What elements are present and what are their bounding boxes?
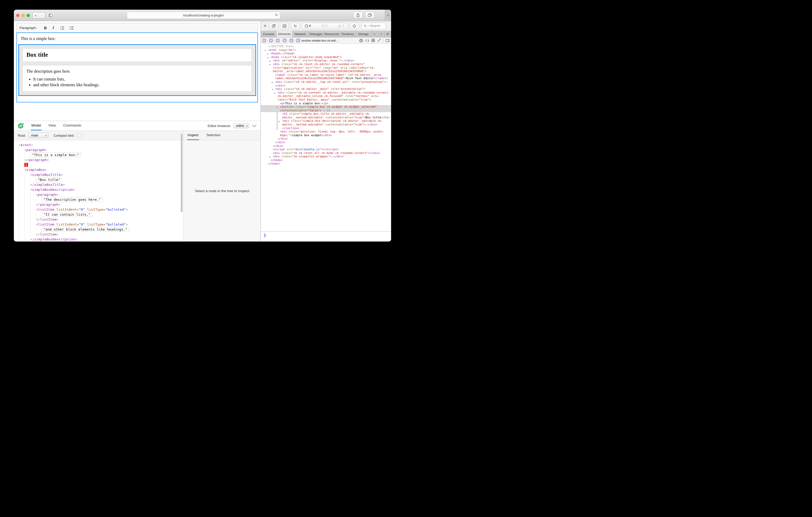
model-tree-line[interactable]: "Box title" — [19, 177, 183, 182]
italic-button[interactable]: I — [53, 26, 54, 30]
more-tabs-button[interactable]: » — [372, 31, 378, 37]
styles-brush-icon[interactable] — [377, 39, 381, 42]
box-description-paragraph[interactable]: The description goes here. — [26, 69, 248, 74]
disclosure-open-icon[interactable]: ▼ — [274, 92, 275, 95]
editor-paragraph[interactable]: This is a simple box: — [17, 33, 257, 41]
zoom-window-button[interactable] — [27, 14, 30, 17]
model-text-node[interactable]: "Box title" — [36, 177, 62, 182]
model-tree-line[interactable]: [ — [19, 162, 183, 167]
dom-tree-line[interactable]: </div> — [261, 137, 391, 141]
dom-tree-line[interactable]: </html> — [261, 162, 391, 166]
dom-tree-line[interactable]: ▶<div class="simple-box-description ck-e… — [261, 119, 391, 126]
simple-box-description-field[interactable]: The description goes here. It can contai… — [23, 65, 252, 92]
grid-overlay-icon[interactable] — [372, 39, 375, 42]
back-button[interactable]: ‹ — [33, 12, 39, 18]
add-tab-button[interactable]: + — [378, 31, 384, 37]
details-sidebar-icon[interactable] — [385, 39, 389, 42]
element-picker-button[interactable] — [350, 23, 359, 29]
tab-storage[interactable]: Storage — [356, 31, 372, 37]
box-list-item[interactable]: It can contain lists, — [33, 77, 248, 82]
settings-gear-icon[interactable]: ⚙ — [384, 31, 391, 37]
dom-tree-line[interactable]: ▶<div id="editor" style="display: none;"… — [261, 59, 391, 62]
sidebar-button[interactable] — [47, 12, 54, 18]
disclosure-closed-icon[interactable]: ▶ — [272, 81, 273, 85]
dom-tree-line[interactable]: ▼<div class="ck ck-content ck-editor__ed… — [261, 91, 391, 102]
tab-view[interactable]: View — [48, 121, 57, 130]
tab-timelines[interactable]: Timelines — [340, 31, 355, 37]
model-tree-line[interactable]: <paragraph> — [19, 147, 183, 152]
dom-tree-line[interactable]: <div class="ck ck-reset_all ck-body ck-r… — [261, 151, 391, 155]
model-tree-line[interactable]: </listItem> — [19, 217, 183, 222]
dom-tree-line[interactable]: ▶<div class="ck ck-editor__top ck-reset_… — [261, 80, 391, 87]
bold-button[interactable]: B — [44, 26, 47, 30]
model-tree-line[interactable]: "The description goes here." — [19, 197, 183, 202]
dom-tree-line[interactable]: </div> — [261, 141, 391, 144]
element-badge-icon[interactable]: E — [283, 39, 286, 42]
console-prompt-row[interactable]: ❯ — [261, 231, 391, 241]
model-tree-line[interactable]: "and other block elements like headings.… — [19, 227, 183, 232]
tab-model[interactable]: Model — [31, 121, 41, 130]
dom-tree-line[interactable]: ▼<body class="ck-inspector-body-expanded… — [261, 55, 391, 59]
model-tree-line[interactable]: <simpleBoxDescription> — [19, 187, 183, 192]
simple-box-widget[interactable]: Box title The description goes here. It … — [18, 44, 256, 96]
dom-tree-line[interactable]: ▼<div class="ck ck-reset ck-editor ck-ro… — [261, 62, 391, 73]
dom-tree-line[interactable]: ▼<section class="simple-box ck-widget ck… — [261, 105, 391, 112]
dom-tree-line[interactable]: <div style="position: fixed; top: 0px; l… — [261, 130, 391, 137]
disclosure-open-icon[interactable]: ▼ — [277, 106, 278, 110]
tab-elements[interactable]: Elements — [277, 31, 292, 37]
close-devtools-button[interactable]: ✕ — [263, 24, 267, 28]
editor-instance-select[interactable]: editor ▲▼ — [233, 123, 249, 128]
dom-tree-line[interactable]: <label class="ck ck-label ck-voice-label… — [261, 73, 391, 80]
bulleted-list-button[interactable] — [69, 26, 74, 30]
box-list-item[interactable]: and other block elements like headings. — [33, 83, 248, 87]
dom-tree-line[interactable]: ▼<div class="ck ck-editor__main" role="p… — [261, 87, 391, 91]
dock-devtools-button[interactable] — [280, 23, 289, 29]
model-text-node[interactable]: "and other block elements like headings.… — [41, 227, 129, 232]
dom-tree-line[interactable]: ▶<head>…</head> — [261, 52, 391, 55]
show-source-icon[interactable] — [366, 39, 369, 42]
editor-editable-area[interactable]: This is a simple box: Box title The desc… — [17, 32, 258, 102]
element-badge-icon[interactable]: E — [262, 39, 266, 42]
reload-page-button[interactable]: ↻ — [291, 23, 299, 29]
collapse-inspector-icon[interactable] — [252, 124, 257, 127]
forward-button[interactable]: › — [39, 12, 45, 18]
model-tree-line[interactable]: <listItem listIndent="0" listType="bulle… — [19, 222, 183, 227]
element-badge-icon[interactable]: E — [296, 39, 300, 42]
model-text-node[interactable]: "The description goes here." — [41, 197, 103, 202]
heading-dropdown[interactable]: Paragraph ⌄ — [19, 26, 38, 30]
close-window-button[interactable] — [16, 14, 19, 17]
breadcrumb-selected-node[interactable]: section.simple-box.ck-wid… — [301, 39, 339, 42]
minimize-window-button[interactable] — [22, 14, 25, 17]
model-tree-scrollbar[interactable] — [181, 134, 182, 212]
model-tree-line[interactable]: </simpleBoxTitle> — [19, 182, 183, 187]
devtools-search-field[interactable]: ▾ Search — [361, 23, 386, 29]
dom-tree-line[interactable]: <h1 class="simple-box-title ck-editor__e… — [261, 112, 391, 119]
tab-network[interactable]: Network — [292, 31, 308, 37]
numbered-list-button[interactable]: 1 2 — [60, 26, 65, 30]
resource-status-group[interactable]: 4 0 0 — [301, 23, 348, 29]
dom-tree-line[interactable]: ▶<div class="ck-inspector-wrapper">…</di… — [261, 155, 391, 158]
simple-box-title-field[interactable]: Box title — [23, 48, 252, 62]
model-tree-line[interactable]: <$root> — [19, 143, 183, 147]
new-tab-button[interactable]: + — [385, 10, 391, 21]
dom-tree-line[interactable]: </body> — [261, 158, 391, 162]
model-tree-line[interactable]: </simpleBoxDescription> — [19, 237, 183, 241]
tab-inspect[interactable]: Inspect — [187, 131, 199, 140]
tab-overview-button[interactable] — [365, 12, 374, 18]
dom-tree-line[interactable]: ▼<html lang="en"> — [261, 48, 391, 52]
element-badge-icon[interactable]: E — [276, 39, 280, 42]
model-tree-line[interactable]: </paragraph> — [19, 202, 183, 207]
model-text-node[interactable]: "It can contain lists," — [41, 212, 92, 217]
model-tree-line[interactable]: </listItem> — [19, 232, 183, 237]
reload-icon[interactable]: ↻ — [275, 13, 278, 17]
model-tree-line[interactable]: </paragraph> — [19, 157, 183, 162]
tab-commands[interactable]: Commands — [63, 121, 82, 130]
detach-devtools-button[interactable] — [269, 23, 278, 29]
root-select[interactable]: main ▲▼ — [29, 133, 49, 138]
tab-selection[interactable]: Selection — [206, 131, 221, 140]
disclosure-open-icon[interactable]: ▼ — [269, 63, 270, 67]
element-badge-icon[interactable]: E — [290, 39, 293, 42]
share-button[interactable] — [353, 12, 362, 18]
tab-debugger[interactable]: Debugger — [308, 31, 324, 37]
address-bar[interactable]: localhost/creating-a-plugin/ ↻ — [127, 12, 280, 19]
